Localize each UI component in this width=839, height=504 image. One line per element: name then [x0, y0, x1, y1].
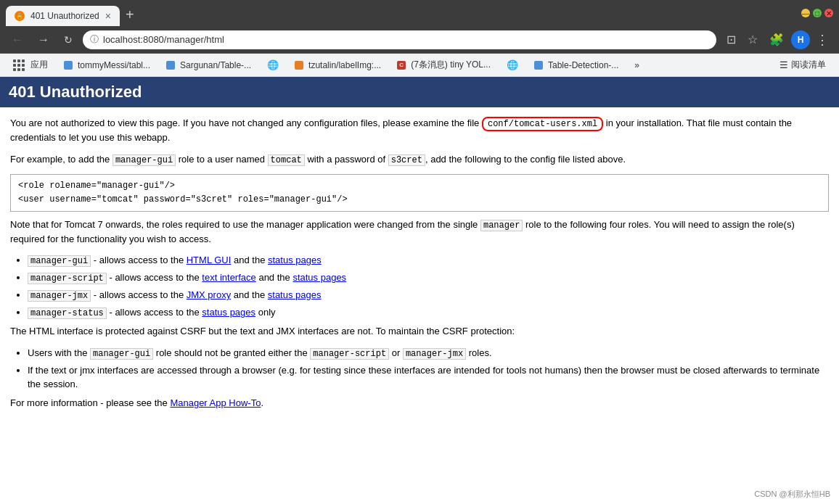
para2-mid2: with a password of: [305, 154, 388, 165]
title-bar: 🔒 401 Unauthorized × + — □ ✕: [0, 0, 839, 26]
status-pages-link-4[interactable]: status pages: [202, 307, 255, 318]
status-pages-link-2[interactable]: status pages: [292, 272, 346, 283]
back-button[interactable]: ←: [7, 32, 28, 48]
screenshot-button[interactable]: ⊡: [722, 31, 740, 48]
para2-role: manager-gui: [112, 154, 176, 166]
text-interface-link[interactable]: text interface: [202, 272, 255, 283]
apps-grid-icon: [13, 59, 25, 71]
para2-before: For example, to add the: [10, 154, 112, 165]
reading-list-label: 阅读清单: [791, 59, 826, 71]
csrf-before: The HTML interface is protected against …: [10, 326, 515, 336]
refresh-button[interactable]: ↻: [60, 33, 77, 47]
bookmark-globe2[interactable]: 🌐: [501, 58, 524, 72]
extensions-button[interactable]: 🧩: [765, 31, 788, 48]
status-pages-link-1[interactable]: status pages: [268, 255, 322, 265]
url-text: localhost:8080/manager/html: [103, 34, 709, 45]
roles-list: manager-gui - allows access to the HTML …: [28, 253, 829, 320]
bookmark-apps-label: 应用: [30, 59, 48, 71]
address-bar: ← → ↻ ⓘ localhost:8080/manager/html ⊡ ☆ …: [0, 26, 839, 54]
bookmark-sargunan-icon: [166, 61, 175, 70]
bookmark-csdn[interactable]: C (7条消息) tiny YOL...: [391, 57, 496, 73]
watermark: CSDN @利那永恒HB: [754, 489, 830, 500]
security-icon: ⓘ: [90, 33, 99, 46]
tab-area: 🔒 401 Unauthorized × +: [6, 0, 795, 26]
para2-after: , add the following to the config file l…: [425, 154, 626, 165]
more-info-before: For more information - please see the: [10, 397, 170, 408]
role-manager-script: manager-script - allows access to the te…: [28, 270, 829, 285]
page-content: 401 Unauthorized You are not authorized …: [0, 77, 839, 504]
bookmark-tabledet-icon: [534, 61, 543, 70]
csrf-code-3: manager-jmx: [403, 348, 466, 360]
bookmark-more-label: »: [634, 60, 639, 70]
bookmark-tommy-label: tommyMessi/tabl...: [78, 60, 150, 70]
bookmark-sargunan[interactable]: Sargunan/Table-...: [160, 59, 257, 72]
para3-before: Note that for Tomcat 7 onwards, the role…: [10, 219, 480, 230]
para1-before: You are not authorized to view this page…: [10, 117, 482, 128]
status-pages-link-3[interactable]: status pages: [268, 289, 322, 300]
bookmark-apps[interactable]: 应用: [7, 57, 54, 73]
bookmark-tzutalin-icon: [295, 61, 303, 70]
csdn-icon: C: [397, 61, 406, 70]
page-title: 401 Unauthorized: [9, 83, 830, 102]
para2-user: tomcat: [268, 154, 305, 166]
more-info-para: For more information - please see the Ma…: [10, 396, 829, 410]
csrf-bullet-2: If the text or jmx interfaces are access…: [28, 363, 829, 392]
globe-icon-2: 🌐: [507, 59, 518, 70]
csrf-code-2: manager-script: [310, 348, 389, 360]
maximize-button[interactable]: □: [813, 9, 822, 17]
bookmark-tzutalin-label: tzutalin/labelImg:...: [308, 60, 381, 70]
csrf-list: Users with the manager-gui role should n…: [28, 346, 829, 392]
role-jmx-code: manager-jmx: [28, 290, 91, 302]
toolbar-right: ⊡ ☆ 🧩 H ⋮: [722, 30, 832, 49]
more-info-after: .: [261, 397, 263, 408]
jmx-proxy-link[interactable]: JMX proxy: [187, 289, 231, 300]
role-manager-gui: manager-gui - allows access to the HTML …: [28, 253, 829, 268]
active-tab[interactable]: 🔒 401 Unauthorized ×: [6, 6, 120, 26]
bookmark-more[interactable]: »: [629, 59, 645, 72]
bookmark-sargunan-label: Sargunan/Table-...: [180, 60, 251, 70]
csrf-bullet-1: Users with the manager-gui role should n…: [28, 346, 829, 360]
close-button[interactable]: ✕: [824, 9, 833, 17]
para2-mid1: role to a user named: [176, 154, 267, 165]
reading-list-button[interactable]: ☰ 阅读清单: [774, 57, 832, 73]
url-bar[interactable]: ⓘ localhost:8080/manager/html: [83, 30, 716, 49]
role-script-code: manager-script: [28, 273, 107, 284]
menu-button[interactable]: ⋮: [813, 30, 832, 49]
html-gui-link[interactable]: HTML GUI: [187, 255, 232, 265]
window-controls: — □ ✕: [801, 9, 833, 17]
tab-title: 401 Unauthorized: [30, 11, 99, 21]
para2-pass: s3cret: [388, 154, 425, 166]
para3: Note that for Tomcat 7 onwards, the role…: [10, 218, 829, 247]
minimize-button[interactable]: —: [801, 9, 810, 17]
bookmark-star-button[interactable]: ☆: [743, 31, 762, 48]
forward-button[interactable]: →: [33, 32, 54, 48]
bookmark-tabledet-label: Table-Detection-...: [548, 60, 618, 70]
code-block: <role rolename="manager-gui"/> <user use…: [10, 174, 829, 212]
bookmark-tzutalin[interactable]: tzutalin/labelImg:...: [289, 59, 387, 72]
para1: You are not authorized to view this page…: [10, 116, 829, 145]
role-gui-code: manager-gui: [28, 255, 91, 267]
bookmark-tommy[interactable]: tommyMessi/tabl...: [58, 59, 156, 72]
profile-button[interactable]: H: [791, 30, 810, 49]
tab-favicon: 🔒: [15, 11, 25, 21]
role-manager-jmx: manager-jmx - allows access to the JMX p…: [28, 288, 829, 302]
reading-list-icon: ☰: [779, 59, 788, 70]
para3-role: manager: [480, 220, 523, 231]
page-header: 401 Unauthorized: [0, 77, 839, 107]
manager-howto-link[interactable]: Manager App How-To: [170, 397, 261, 408]
config-file-highlight: conf/tomcat-users.xml: [482, 117, 603, 131]
bookmark-tabledet[interactable]: Table-Detection-...: [528, 59, 624, 72]
csrf-code-1: manager-gui: [90, 348, 153, 360]
role-manager-status: manager-status - allows access to the st…: [28, 305, 829, 320]
page-body: You are not authorized to view this page…: [0, 107, 839, 426]
para2: For example, to add the manager-gui role…: [10, 152, 829, 167]
bookmark-csdn-label: (7条消息) tiny YOL...: [411, 59, 491, 71]
globe-icon-1: 🌐: [267, 59, 279, 70]
role-status-code: manager-status: [28, 307, 107, 319]
csrf-para: The HTML interface is protected against …: [10, 324, 829, 339]
bookmark-globe1[interactable]: 🌐: [261, 58, 285, 72]
bookmarks-bar: 应用 tommyMessi/tabl... Sargunan/Table-...…: [0, 54, 839, 77]
new-tab-button[interactable]: +: [120, 4, 140, 26]
tab-close-button[interactable]: ×: [105, 10, 111, 22]
browser-window: 🔒 401 Unauthorized × + — □ ✕ ← → ↻ ⓘ loc…: [0, 0, 839, 504]
